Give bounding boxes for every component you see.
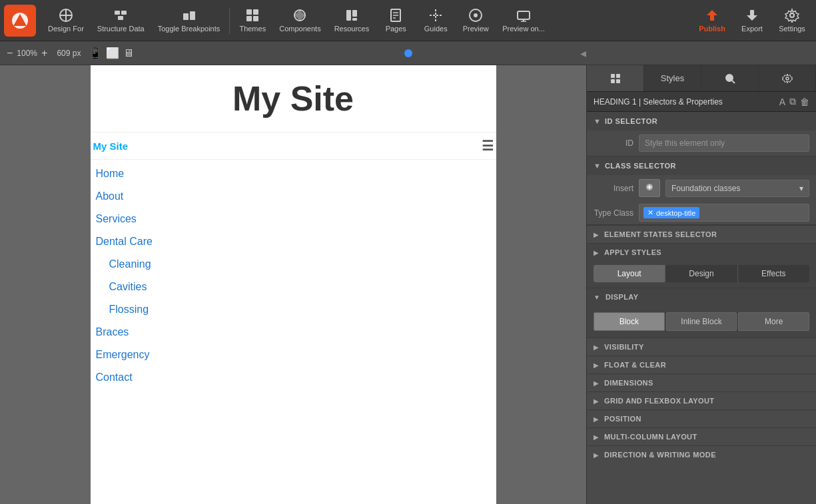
nav-item[interactable]: About [91,185,496,208]
preview-on-button[interactable]: Preview on... [496,3,552,38]
display-block-label: Block [619,317,639,326]
panel-header-actions: A ⧉ 🗑 [779,96,809,107]
nav-item[interactable]: Services [91,208,496,230]
styles-tabs: Layout Design Effects [594,265,809,282]
id-selector-arrow: ▼ [594,117,601,125]
device-icons: 📱 ⬜ 🖥 [89,47,134,59]
guides-label: Guides [424,25,448,33]
collapsible-row-visibility[interactable]: ▶VISIBILITY [587,338,816,356]
arrow-icon: ▶ [594,397,599,405]
id-label: ID [594,138,633,148]
zoom-out-button[interactable]: − [7,48,13,59]
id-input[interactable] [639,134,809,152]
settings-label: Settings [779,25,805,33]
tablet-icon[interactable]: ⬜ [106,47,119,59]
apply-styles-header-row[interactable]: ▶ APPLY STYLES [587,243,816,261]
design-for-button[interactable]: Design For [41,3,91,38]
svg-rect-8 [190,11,195,20]
resources-button[interactable]: Resources [328,3,376,38]
nav-item[interactable]: Emergency [91,344,496,366]
preview-label: Preview [463,25,489,33]
themes-button[interactable]: Themes [232,3,272,38]
panel-tabs: Styles [587,65,816,92]
nav-item[interactable]: Home [91,162,496,185]
svg-rect-25 [518,11,530,19]
nav-item[interactable]: Dental Care [91,230,496,253]
tab-effects[interactable]: Effects [738,265,809,282]
id-selector-header[interactable]: ▼ ID SELECTOR [587,112,816,130]
export-button[interactable]: Export [732,3,772,38]
tab-settings[interactable] [759,65,816,91]
nav-item[interactable]: Cavities [91,276,496,298]
collapsible-row-float-and-clear[interactable]: ▶FLOAT & CLEAR [587,356,816,374]
font-action-icon[interactable]: A [779,97,785,107]
display-header-row[interactable]: ▼ DISPLAY [587,288,816,306]
zoom-controls: − 100% + [7,48,47,59]
svg-rect-11 [246,16,252,21]
display-more-button[interactable]: More [738,312,809,331]
insert-class-icon-button[interactable] [639,179,660,197]
settings-button[interactable]: Settings [772,3,812,38]
arrow-icon: ▶ [594,451,599,459]
canvas-white: My Site My Site ☰ HomeAboutServicesDenta… [91,65,496,504]
panel-header-title: HEADING 1 | Selectors & Properties [594,97,723,107]
collapsible-row-position[interactable]: ▶POSITION [587,409,816,427]
app-logo[interactable] [4,5,36,37]
components-button[interactable]: Components [272,3,327,38]
display-inline-block-button[interactable]: Inline Block [666,312,737,331]
display-inline-block-label: Inline Block [681,317,721,326]
arrow-icon: ▶ [594,433,599,441]
svg-rect-30 [616,74,620,78]
viewport-size: 609 px [57,49,81,58]
main-toolbar: Design For Structure Data Toggle Breakpo… [0,0,816,41]
tab-styles-label: Styles [661,73,684,83]
pages-label: Pages [386,25,406,33]
site-title: My Site [104,79,483,119]
svg-rect-16 [352,18,357,21]
collapsible-row-direction-and-writing-mode[interactable]: ▶DIRECTION & WRITING MODE [587,445,816,463]
tab-design[interactable]: Design [665,265,737,282]
toggle-breakpoints-button[interactable]: Toggle Breakpoints [151,3,227,38]
desktop-icon[interactable]: 🖥 [123,47,134,59]
nav-item[interactable]: Flossing [91,298,496,321]
svg-rect-31 [611,79,615,83]
zoom-in-button[interactable]: + [41,48,47,59]
pages-button[interactable]: Pages [376,3,416,38]
tab-effects-label: Effects [761,269,785,278]
copy-action-icon[interactable]: ⧉ [789,96,796,107]
delete-action-icon[interactable]: 🗑 [800,97,809,107]
export-label: Export [741,25,763,33]
preview-button[interactable]: Preview [456,3,496,38]
display-block-button[interactable]: Block [594,312,665,331]
nav-item[interactable]: Braces [91,321,496,344]
collapsible-row-multi-column-layout[interactable]: ▶MULTI-COLUMN LAYOUT [587,427,816,445]
tab-search[interactable] [701,65,759,91]
structure-data-button[interactable]: Structure Data [91,3,151,38]
foundation-classes-select[interactable]: Foundation classes ▾ [665,180,809,197]
element-states-row[interactable]: ▶ ELEMENT STATES SELECTOR [587,225,816,243]
class-insert-row: Insert Foundation classes ▾ [587,175,816,201]
tab-layout[interactable]: Layout [594,265,665,282]
site-name-bar: My Site ☰ [91,132,496,160]
svg-rect-6 [118,16,123,20]
hamburger-icon[interactable]: ☰ [482,138,494,154]
tab-styles[interactable]: Styles [644,65,701,91]
preview-on-label: Preview on... [502,25,545,33]
element-states-label: ELEMENT STATES SELECTOR [604,230,717,238]
nav-item[interactable]: Contact [91,366,496,389]
mobile-icon[interactable]: 📱 [89,47,102,59]
class-tag-x-icon[interactable]: ✕ [647,208,653,217]
svg-point-35 [786,77,789,80]
canvas-resize-handle[interactable]: ◂ [580,46,586,61]
publish-button[interactable]: Publish [692,3,732,38]
guides-button[interactable]: Guides [416,3,456,38]
display-section: Block Inline Block More [587,306,816,338]
collapsible-row-dimensions[interactable]: ▶DIMENSIONS [587,374,816,391]
nav-item[interactable]: Cleaning [91,253,496,276]
class-selector-header[interactable]: ▼ CLASS SELECTOR [587,156,816,175]
insert-label: Insert [594,184,633,193]
svg-rect-12 [253,16,258,21]
collapsible-row-grid-and-flexbox-layout[interactable]: ▶GRID AND FLEXBOX LAYOUT [587,391,816,409]
tab-grid[interactable] [587,65,644,91]
svg-point-24 [474,13,478,17]
